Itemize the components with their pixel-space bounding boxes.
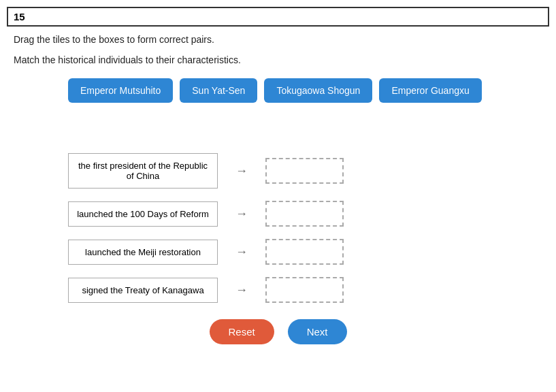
instruction-2: Match the historical individuals to thei…: [14, 54, 241, 65]
match-label-4: signed the Treaty of Kanagawa: [68, 278, 218, 303]
next-button[interactable]: Next: [288, 319, 347, 344]
match-label-1: the first president of the Republic of C…: [68, 153, 218, 189]
match-row-1: the first president of the Republic of C…: [68, 153, 490, 189]
arrow-1: →: [218, 164, 265, 178]
instruction-1: Drag the tiles to the boxes to form corr…: [14, 34, 214, 45]
match-target-1[interactable]: [265, 158, 344, 184]
arrow-3: →: [218, 245, 265, 259]
tile-emperor-mutsuhito[interactable]: Emperor Mutsuhito: [68, 78, 173, 103]
buttons-area: Reset Next: [209, 319, 346, 344]
match-target-2[interactable]: [265, 201, 344, 227]
match-row-4: signed the Treaty of Kanagawa →: [68, 277, 490, 303]
arrow-4: →: [218, 283, 265, 297]
arrow-2: →: [218, 207, 265, 221]
question-number: 15: [7, 7, 549, 27]
match-row-3: launched the Meiji restoration →: [68, 239, 490, 265]
tile-sun-yat-sen[interactable]: Sun Yat-Sen: [180, 78, 257, 103]
reset-button[interactable]: Reset: [209, 319, 274, 344]
tile-emperor-guangxu[interactable]: Emperor Guangxu: [379, 78, 481, 103]
match-row-2: launched the 100 Days of Reform →: [68, 201, 490, 227]
matching-area: the first president of the Republic of C…: [68, 153, 490, 315]
tiles-area: Emperor Mutsuhito Sun Yat-Sen Tokugaowa …: [68, 78, 490, 103]
match-label-2: launched the 100 Days of Reform: [68, 201, 218, 227]
tile-tokugaowa-shogun[interactable]: Tokugaowa Shogun: [264, 78, 372, 103]
match-target-4[interactable]: [265, 277, 344, 303]
match-target-3[interactable]: [265, 239, 344, 265]
match-label-3: launched the Meiji restoration: [68, 240, 218, 265]
